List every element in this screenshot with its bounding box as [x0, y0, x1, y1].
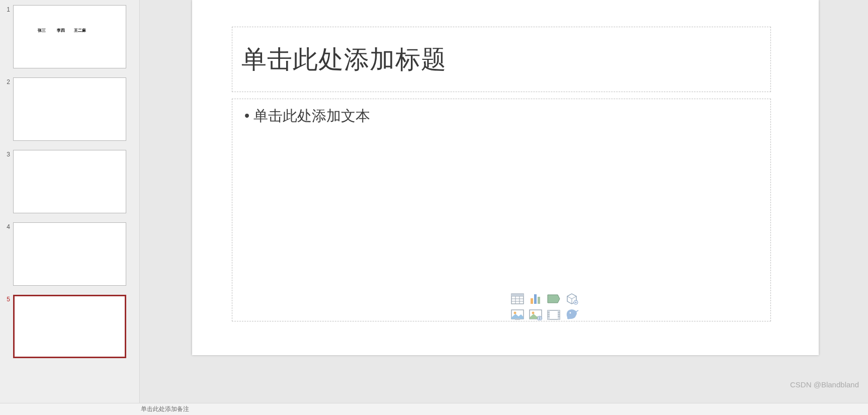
thumbnail-text: 张三	[38, 28, 46, 33]
svg-point-12	[514, 312, 516, 314]
thumbnail-number: 4	[2, 222, 13, 230]
thumbnail-number: 2	[2, 77, 13, 86]
svg-rect-9	[538, 297, 540, 304]
thumbnail-number: 5	[2, 295, 13, 303]
title-placeholder-text: 单击此处添加标题	[241, 43, 447, 76]
slide-thumbnail-5[interactable]	[13, 295, 126, 358]
insert-online-picture-icon[interactable]	[528, 308, 543, 321]
content-placeholder[interactable]: • 单击此处添加文本	[232, 99, 771, 321]
svg-point-26	[570, 312, 571, 314]
slide-thumbnails-panel: 1 张三 李四 王二麻 2 3 4 5	[0, 0, 140, 403]
slide[interactable]: 单击此处添加标题 • 单击此处添加文本	[192, 0, 819, 355]
slide-thumbnail-3[interactable]	[13, 150, 126, 213]
notes-placeholder-text: 单击此处添加备注	[141, 405, 189, 413]
thumbnail-row: 3	[0, 148, 139, 215]
thumbnail-row: 4	[0, 220, 139, 288]
svg-rect-7	[531, 298, 533, 304]
slide-thumbnail-2[interactable]	[13, 77, 126, 141]
content-insert-icons	[510, 292, 580, 321]
insert-icon-icon[interactable]	[564, 308, 579, 321]
thumbnail-text: 王二麻	[74, 28, 86, 33]
svg-rect-6	[511, 294, 524, 296]
insert-chart-icon[interactable]	[528, 292, 543, 305]
svg-rect-19	[558, 310, 560, 319]
insert-video-icon[interactable]	[546, 308, 561, 321]
thumbnail-row: 2	[0, 75, 139, 143]
slide-thumbnail-1[interactable]: 张三 李四 王二麻	[13, 5, 126, 68]
slide-canvas-area: 单击此处添加标题 • 单击此处添加文本	[140, 0, 868, 403]
svg-rect-8	[534, 294, 537, 304]
insert-smartart-icon[interactable]	[546, 292, 561, 305]
thumbnail-number: 3	[2, 150, 13, 158]
insert-3dmodel-icon[interactable]	[564, 292, 579, 305]
thumbnail-row: 5	[0, 293, 139, 360]
insert-picture-icon[interactable]	[510, 308, 525, 321]
insert-table-icon[interactable]	[510, 292, 525, 305]
content-placeholder-text: • 单击此处添加文本	[244, 106, 758, 126]
svg-rect-18	[548, 310, 550, 319]
slide-thumbnail-4[interactable]	[13, 222, 126, 286]
thumbnail-text: 李四	[57, 28, 65, 33]
title-placeholder[interactable]: 单击此处添加标题	[232, 27, 771, 92]
thumbnail-number: 1	[2, 5, 13, 13]
notes-placeholder[interactable]: 单击此处添加备注	[0, 403, 868, 415]
watermark: CSDN @Blandbland	[790, 380, 859, 389]
svg-point-15	[532, 312, 535, 314]
thumbnail-row: 1 张三 李四 王二麻	[0, 3, 139, 70]
svg-rect-13	[515, 318, 520, 320]
